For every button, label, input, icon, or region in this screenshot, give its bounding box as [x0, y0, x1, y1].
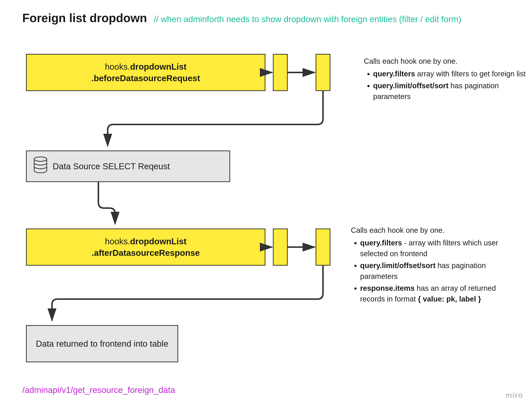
- database-icon: [33, 156, 48, 176]
- arrow-to-result: [52, 266, 330, 325]
- annotation-before-list: query.filters array with filters to get …: [364, 68, 527, 102]
- result-box: Data returned to frontend into table: [26, 325, 178, 362]
- diagram-title: Foreign list dropdown: [22, 11, 147, 25]
- diagram-subtitle: // when adminforth needs to show dropdow…: [154, 14, 461, 24]
- annotation-after-list: query.filters - array with filters which…: [351, 237, 514, 304]
- hook-after-line1: hooks.dropdownList: [105, 236, 187, 247]
- hook-after-small1: [273, 229, 288, 266]
- annotation-after: Calls each hook one by one. query.filter…: [351, 225, 514, 305]
- svg-point-2: [34, 157, 47, 161]
- annotation-after-item-1: query.limit/offset/sort has pagination p…: [360, 260, 514, 282]
- annotation-before-item-1: query.limit/offset/sort has pagination p…: [373, 80, 527, 102]
- datasource-box: Data Source SELECT Reqeust: [26, 150, 230, 182]
- annotation-after-item-0: query.filters - array with filters which…: [360, 237, 514, 259]
- hook-before-small1: [273, 54, 288, 91]
- api-endpoint: /adminapi/v1/get_resource_foreign_data: [22, 385, 175, 395]
- hook-before-line2: .beforeDatasourceRequest: [91, 73, 200, 84]
- annotation-before: Calls each hook one by one. query.filter…: [364, 56, 527, 103]
- annotation-before-intro: Calls each hook one by one.: [364, 56, 527, 67]
- result-label: Data returned to frontend into table: [36, 338, 168, 350]
- hook-after-small2: [315, 229, 330, 266]
- arrow-to-datasource: [108, 91, 330, 150]
- annotation-after-item-2: response.items has an array of returned …: [360, 283, 514, 304]
- hook-after-line2: .afterDatasourceResponse: [92, 247, 200, 259]
- hook-before-line1: hooks.dropdownList: [105, 61, 187, 73]
- hook-before-box: hooks.dropdownList .beforeDatasourceRequ…: [26, 54, 265, 91]
- hook-after-box: hooks.dropdownList .afterDatasourceRespo…: [26, 229, 265, 266]
- diagram-header: Foreign list dropdown // when adminforth…: [22, 11, 461, 25]
- datasource-label: Data Source SELECT Reqeust: [49, 161, 252, 172]
- arrow-to-after: [93, 182, 130, 229]
- annotation-before-item-0: query.filters array with filters to get …: [373, 68, 527, 79]
- annotation-after-intro: Calls each hook one by one.: [351, 225, 514, 236]
- hook-before-small2: [315, 54, 330, 91]
- miro-logo: miro: [506, 391, 523, 399]
